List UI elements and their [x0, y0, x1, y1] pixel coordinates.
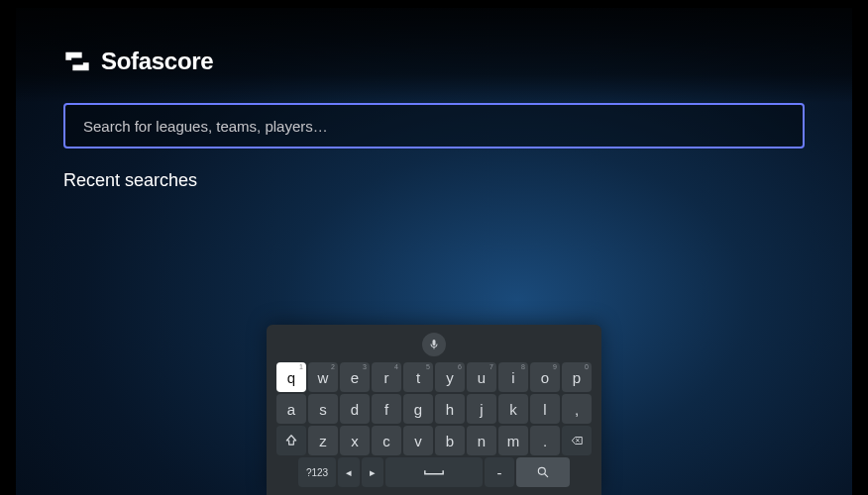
- keyboard-row-4: ?123 ◂ ▸ -: [274, 457, 594, 487]
- key-hint: 2: [331, 363, 335, 370]
- keyboard-row-1: q1w2e3r4t5y6u7i8o9p0: [274, 362, 594, 392]
- key-p[interactable]: p0: [562, 362, 592, 392]
- cursor-right-key[interactable]: ▸: [362, 457, 383, 487]
- key-,[interactable]: ,: [562, 394, 592, 424]
- svg-point-0: [538, 467, 545, 474]
- key-hint: 6: [458, 363, 462, 370]
- key-l[interactable]: l: [530, 394, 560, 424]
- backspace-icon: [570, 434, 584, 447]
- key-r[interactable]: r4: [372, 362, 401, 392]
- key-t[interactable]: t5: [403, 362, 433, 392]
- key-hint: 8: [521, 363, 525, 370]
- key-h[interactable]: h: [435, 394, 465, 424]
- key-hint: 0: [585, 363, 589, 370]
- search-input[interactable]: [63, 103, 805, 148]
- app-frame: Sofascore Recent searches q1w2e3r4t5y6u7…: [16, 8, 852, 495]
- key-a[interactable]: a: [276, 394, 306, 424]
- keyboard-top-bar: [274, 333, 594, 362]
- space-icon: [423, 468, 445, 476]
- key-hint: 9: [553, 363, 557, 370]
- key-b[interactable]: b: [435, 426, 465, 455]
- key-o[interactable]: o9: [530, 362, 560, 392]
- key-hint: 3: [363, 363, 367, 370]
- search-container: [16, 103, 852, 148]
- key-u[interactable]: u7: [467, 362, 496, 392]
- cursor-left-key[interactable]: ◂: [338, 457, 360, 487]
- key-.[interactable]: .: [530, 426, 560, 455]
- key-k[interactable]: k: [498, 394, 528, 424]
- key-y[interactable]: y6: [435, 362, 465, 392]
- space-key[interactable]: [385, 457, 483, 487]
- svg-line-1: [545, 474, 548, 477]
- key-q[interactable]: q1: [276, 362, 306, 392]
- search-icon: [536, 465, 550, 479]
- mic-button[interactable]: [422, 333, 446, 356]
- key-e[interactable]: e3: [340, 362, 370, 392]
- key-hint: 4: [394, 363, 398, 370]
- search-key[interactable]: [516, 457, 570, 487]
- shift-icon: [284, 434, 298, 447]
- symbols-key[interactable]: ?123: [298, 457, 336, 487]
- key-x[interactable]: x: [340, 426, 370, 455]
- onscreen-keyboard: q1w2e3r4t5y6u7i8o9p0 asdfghjkl, zxcvbnm.…: [267, 325, 601, 495]
- key-hint: 5: [426, 363, 430, 370]
- header: Sofascore: [16, 8, 852, 103]
- key-d[interactable]: d: [340, 394, 370, 424]
- backspace-key[interactable]: [562, 426, 592, 455]
- recent-searches-heading: Recent searches: [16, 148, 852, 191]
- key-c[interactable]: c: [372, 426, 401, 455]
- key-i[interactable]: i8: [498, 362, 528, 392]
- key-m[interactable]: m: [498, 426, 528, 455]
- key-hint: 1: [299, 363, 303, 370]
- key-n[interactable]: n: [467, 426, 496, 455]
- key-g[interactable]: g: [403, 394, 433, 424]
- keyboard-row-3: zxcvbnm.: [274, 426, 594, 455]
- key-j[interactable]: j: [467, 394, 496, 424]
- keyboard-row-2: asdfghjkl,: [274, 394, 594, 424]
- brand-name: Sofascore: [101, 48, 213, 75]
- sofascore-logo-icon: [63, 48, 91, 75]
- key-z[interactable]: z: [308, 426, 338, 455]
- dash-key[interactable]: -: [485, 457, 514, 487]
- mic-icon: [428, 339, 440, 350]
- key-s[interactable]: s: [308, 394, 338, 424]
- key-w[interactable]: w2: [308, 362, 338, 392]
- key-hint: 7: [489, 363, 493, 370]
- key-f[interactable]: f: [372, 394, 401, 424]
- shift-key[interactable]: [276, 426, 306, 455]
- key-v[interactable]: v: [403, 426, 433, 455]
